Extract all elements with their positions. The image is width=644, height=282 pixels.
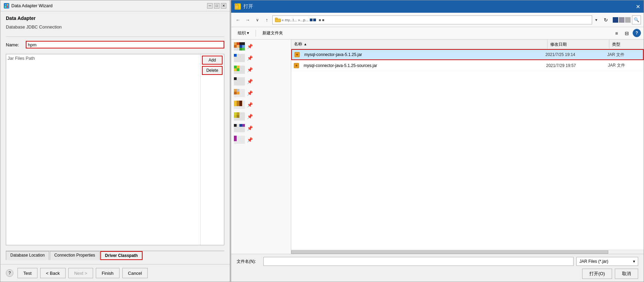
col-name-header[interactable]: 名称 ▲ [291,40,547,49]
open-titlebar-left: 打开 [235,3,253,10]
search-btn[interactable]: 🔍 [632,15,641,24]
left-pane-item-2[interactable]: 📌 [231,53,291,64]
open-titlebar: 打开 ✕ [231,0,644,13]
help-icon-btn[interactable]: ? [633,29,641,37]
tab-connection-properties[interactable]: Connection Properties [50,251,100,260]
jar-files-list: Jar Files Path [6,54,200,245]
left-pane-item-3[interactable]: 📌 [231,64,291,75]
color-grid-7 [234,112,245,121]
right-pane: 名称 ▲ 修改日期 类型 [291,40,644,254]
filename-input[interactable] [263,257,574,266]
left-pane: 📌 📌 [231,40,291,254]
toolbar-icons [613,17,631,23]
wizard-close-btn[interactable]: ✕ [221,3,226,9]
nav-dropdown2-btn[interactable]: ▾ [592,16,600,24]
h-scrollbar[interactable] [291,250,644,254]
wizard-footer: ? Test < Back Next > Finish Cancel [0,264,230,282]
wizard-body: Data Adapter Database JDBC Connection Na… [0,11,230,264]
cancel-button[interactable]: Cancel [122,268,148,278]
wizard-titlebar-controls: ─ □ ✕ [207,3,226,9]
breadcrumb-extra: ■ ■ [319,18,324,22]
file-list-header: 名称 ▲ 修改日期 类型 [291,40,644,49]
wizard-title-text: Data Adapter Wizard [11,3,53,8]
pin-icon-1: 📌 [247,44,253,49]
open-footer: 文件名(N): JAR Files (*.jar) ▾ 打开(O) 取消 [231,254,644,282]
icon-3 [625,17,631,23]
color-grid-4 [234,77,245,86]
jar-icon-1 [293,51,302,58]
open-dialog: 打开 ✕ ← → ∨ ↑ « my...t... »...p... ■ ■ ▾ [231,0,644,282]
wizard-heading: Data Adapter [6,15,224,21]
help-button[interactable]: ? [6,269,13,277]
filetype-select[interactable]: JAR Files (*.jar) ▾ [576,257,638,266]
tab-driver-classpath[interactable]: Driver Classpath [100,251,143,260]
svg-rect-1 [7,4,8,5]
h-scrollbar-thumb[interactable] [291,250,608,254]
pin-icon-5: 📌 [247,90,253,96]
nav-dropdown-btn[interactable]: ∨ [253,16,261,24]
file-date-1: 2021/7/25 19:14 [545,52,607,57]
refresh-btn[interactable]: ↻ [602,16,610,24]
file-row-2[interactable]: mysql-connector-java-5.1.25-sources.jar … [291,60,644,71]
file-list: mysql-connector-java-5.1.25.jar 2021/7/2… [291,49,644,250]
pin-icon-9: 📌 [247,137,253,143]
left-pane-item-4[interactable]: 📌 [231,76,291,87]
tab-database-location[interactable]: Database Location [6,251,49,260]
wizard-titlebar-left: Data Adapter Wizard [4,3,53,9]
color-grid-9 [234,136,245,144]
details-view-btn[interactable]: ⊟ [622,29,631,38]
open-dialog-close-btn[interactable]: ✕ [636,3,640,10]
left-pane-item-9[interactable]: 📌 [231,134,291,145]
left-pane-item-6[interactable]: 📌 [231,99,291,110]
svg-rect-0 [5,4,6,5]
file-type-1: JAR 文件 [607,52,642,58]
jar-files-label: Jar Files Path [8,56,35,61]
jar-file-icon-2 [293,63,300,69]
svg-point-13 [296,65,297,66]
add-button[interactable]: Add [202,56,223,65]
color-grid-5 [234,89,245,97]
pin-icon-6: 📌 [247,102,253,108]
back-button[interactable]: < Back [40,268,66,278]
breadcrumb-text: « my...t... »...p... [282,18,308,22]
toolbar-sep [256,30,256,37]
finish-button[interactable]: Finish [96,268,120,278]
open-cancel-btn[interactable]: 取消 [615,269,638,279]
wizard-app-icon [4,3,9,9]
next-button[interactable]: Next > [68,268,93,278]
folder-icon [275,18,281,22]
color-grid-6 [234,101,245,109]
left-pane-item-7[interactable]: 📌 [231,111,291,122]
left-pane-item-8[interactable]: 📌 [231,123,291,134]
open-dialog-title: 打开 [244,3,253,10]
open-file-btn[interactable]: 打开(O) [582,269,612,279]
left-pane-item-5[interactable]: 📌 [231,88,291,99]
organize-btn[interactable]: 组织 ▾ [234,29,253,38]
toolbar-bar: 组织 ▾ 新建文件夹 ≡ ⊟ ? [231,27,644,40]
wizard-maximize-btn[interactable]: □ [214,3,219,9]
tabs-row: Database Location Connection Properties … [6,251,224,260]
breadcrumb-bar[interactable]: « my...t... »...p... ■ ■ [272,15,592,24]
list-view-btn[interactable]: ≡ [612,29,621,38]
svg-rect-5 [236,4,238,5]
pin-icon-7: 📌 [247,114,253,119]
col-date-header[interactable]: 修改日期 [547,40,609,49]
new-folder-btn[interactable]: 新建文件夹 [259,29,287,38]
pin-icon-3: 📌 [247,67,253,72]
nav-forward-btn[interactable]: → [244,16,252,24]
open-actions: 打开(O) 取消 [237,269,638,279]
color-grid-8 [234,124,245,132]
pin-icon-2: 📌 [247,55,253,61]
file-row-1[interactable]: mysql-connector-java-5.1.25.jar 2021/7/2… [291,49,644,60]
test-button[interactable]: Test [18,268,37,278]
delete-button[interactable]: Delete [202,66,223,75]
col-type-header[interactable]: 类型 [609,40,644,49]
wizard-minimize-btn[interactable]: ─ [207,3,213,9]
name-row: Name: [6,41,224,48]
wizard-panel: Data Adapter Wizard ─ □ ✕ Data Adapter D… [0,0,230,282]
left-pane-item[interactable]: 📌 [231,41,291,52]
name-input[interactable] [26,41,224,48]
svg-rect-2 [5,6,6,8]
nav-back-btn[interactable]: ← [234,16,242,24]
nav-up-btn[interactable]: ↑ [263,16,271,24]
